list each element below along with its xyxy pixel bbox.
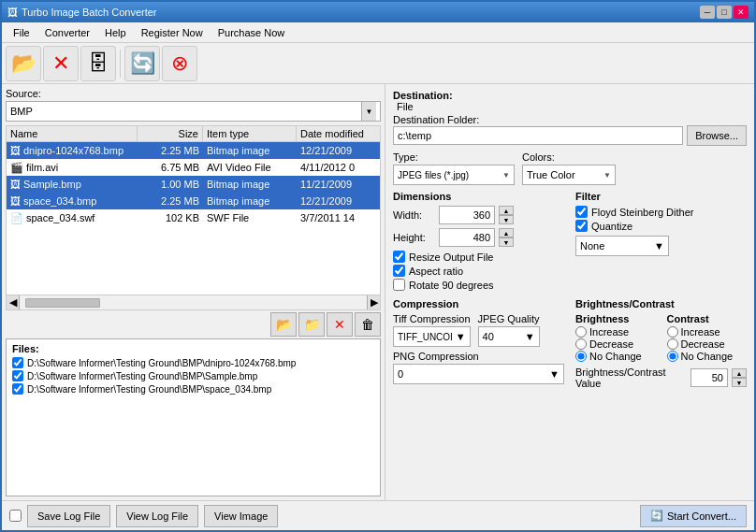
contrast-radio-nochange[interactable] xyxy=(667,351,678,362)
contrast-radio-increase[interactable] xyxy=(667,326,678,338)
width-input[interactable] xyxy=(439,206,495,224)
dim-checkboxes: Resize Output FileAspect ratioRotate 90 … xyxy=(393,251,564,291)
width-spinner[interactable]: ▲ ▼ xyxy=(499,206,514,224)
filter-combo[interactable]: None ▼ xyxy=(575,236,669,256)
brightness-radio-decrease[interactable] xyxy=(575,338,587,350)
height-up-button[interactable]: ▲ xyxy=(499,228,514,237)
contrast-radio-decrease[interactable] xyxy=(667,338,678,350)
view-log-button[interactable]: View Log File xyxy=(116,505,198,527)
filter-value: None xyxy=(580,240,604,252)
right-panel: Destination: File Destination Folder: Br… xyxy=(385,84,754,500)
save-log-checkbox[interactable] xyxy=(9,510,22,522)
hscroll-right[interactable]: ▶ xyxy=(367,295,380,309)
table-row[interactable]: 🖼 dnipro-1024x768.bmp 2.25 MB Bitmap ima… xyxy=(7,142,380,159)
tiff-combo[interactable]: TIFF_UNCOI ▼ xyxy=(393,326,471,347)
menu-register[interactable]: Register Now xyxy=(134,22,211,43)
toolbar: 📂 ✕ 🗄 🔄 ⊗ xyxy=(2,43,754,84)
menu-purchase[interactable]: Purchase Now xyxy=(211,22,293,43)
compression-fields: Tiff Compression TIFF_UNCOI ▼ JPEG Quali… xyxy=(393,313,564,347)
destination-folder-input[interactable] xyxy=(393,126,683,145)
lb-add-button[interactable]: 📂 xyxy=(270,312,297,337)
menu-help[interactable]: Help xyxy=(97,22,134,43)
stop-button[interactable]: ⊗ xyxy=(162,46,197,81)
dimension-checkbox[interactable] xyxy=(393,265,405,277)
colors-combo[interactable]: True Color ▼ xyxy=(522,165,616,185)
width-down-button[interactable]: ▼ xyxy=(499,215,514,224)
menu-converter[interactable]: Converter xyxy=(37,22,97,43)
height-input[interactable] xyxy=(439,228,495,247)
type-value: JPEG files (*.jpg) xyxy=(398,170,469,180)
close-button[interactable]: ✕ xyxy=(734,6,749,19)
horizontal-scrollbar[interactable]: ◀ ▶ xyxy=(6,295,381,310)
table-row[interactable]: 🎬 film.avi 6.75 MB AVI Video File 4/11/2… xyxy=(7,159,380,176)
destination-section: Destination: File Destination Folder: Br… xyxy=(393,90,747,146)
bc-grid: Brightness IncreaseDecreaseNo Change Con… xyxy=(575,313,747,363)
filter-checkbox[interactable] xyxy=(575,220,588,232)
colors-label: Colors: xyxy=(522,151,616,163)
type-combo[interactable]: JPEG files (*.jpg) ▼ xyxy=(393,165,515,185)
col-name[interactable]: Name xyxy=(7,126,138,141)
maximize-button[interactable]: □ xyxy=(717,6,732,19)
col-size[interactable]: Size xyxy=(138,126,203,141)
files-item-checkbox[interactable] xyxy=(12,383,23,395)
lb-clear-button[interactable]: 🗑 xyxy=(355,312,381,337)
dimension-checkbox-label: Resize Output File xyxy=(409,252,493,263)
title-controls[interactable]: ─ □ ✕ xyxy=(700,6,749,19)
col-date[interactable]: Date modified xyxy=(297,126,380,141)
jpeg-combo[interactable]: 40 ▼ xyxy=(478,326,540,347)
source-combo-arrow[interactable]: ▼ xyxy=(361,102,376,121)
dimension-checkbox[interactable] xyxy=(393,279,405,291)
bc-value-spinner[interactable]: ▲ ▼ xyxy=(732,368,747,387)
start-convert-button[interactable]: 🔄 Start Convert... xyxy=(640,505,747,527)
bc-value-input[interactable] xyxy=(691,368,728,387)
two-panel: Dimensions Width: ▲ ▼ Height: ▲ xyxy=(393,191,747,293)
list-item: D:\Software Informer\Testing Ground\BMP\… xyxy=(8,382,378,395)
minimize-button[interactable]: ─ xyxy=(700,6,715,19)
files-item-checkbox[interactable] xyxy=(12,357,23,368)
database-button[interactable]: 🗄 xyxy=(80,46,116,81)
browse-button[interactable]: Browse... xyxy=(687,125,747,146)
source-combo[interactable]: BMP ▼ xyxy=(6,101,381,122)
hscroll-left[interactable]: ◀ xyxy=(7,295,20,309)
contrast-radio-label: No Change xyxy=(681,351,734,362)
files-section: Files: D:\Software Informer\Testing Grou… xyxy=(6,338,381,496)
save-log-button[interactable]: Save Log File xyxy=(27,505,110,527)
table-row[interactable]: 🖼 Sample.bmp 1.00 MB Bitmap image 11/21/… xyxy=(7,176,380,193)
table-row[interactable]: 📄 space_034.swf 102 KB SWF File 3/7/2011… xyxy=(7,209,380,226)
table-row[interactable]: 🖼 space_034.bmp 2.25 MB Bitmap image 12/… xyxy=(7,193,380,209)
view-image-button[interactable]: View Image xyxy=(204,505,278,527)
bc-up-button[interactable]: ▲ xyxy=(732,368,747,378)
brightness-radio-row: Decrease xyxy=(575,338,656,350)
tiff-value: TIFF_UNCOI xyxy=(398,332,453,342)
remove-button[interactable]: ✕ xyxy=(43,46,79,81)
filter-checkbox[interactable] xyxy=(575,206,588,218)
brightness-radio-label: Decrease xyxy=(589,338,633,350)
lb-dir-button[interactable]: 📁 xyxy=(298,312,325,337)
file-type-cell: Bitmap image xyxy=(203,145,297,156)
file-type-icon: 🖼 xyxy=(10,195,21,207)
file-name: Sample.bmp xyxy=(23,179,81,190)
compression-title: Compression xyxy=(393,298,564,309)
width-up-button[interactable]: ▲ xyxy=(499,206,514,215)
files-item-checkbox[interactable] xyxy=(12,370,23,381)
menu-file[interactable]: File xyxy=(6,22,37,43)
contrast-radio-label: Decrease xyxy=(681,338,725,350)
add-files-button[interactable]: 📂 xyxy=(6,46,41,81)
png-section: PNG Compression 0 ▼ xyxy=(393,351,564,384)
height-down-button[interactable]: ▼ xyxy=(499,237,514,247)
lb-remove-button[interactable]: ✕ xyxy=(327,312,353,337)
height-spinner[interactable]: ▲ ▼ xyxy=(499,228,514,247)
brightness-radio-increase[interactable] xyxy=(575,326,587,338)
hscroll-thumb[interactable] xyxy=(25,298,100,308)
file-name: film.avi xyxy=(26,162,58,173)
tiff-arrow: ▼ xyxy=(456,331,466,342)
bc-down-button[interactable]: ▼ xyxy=(732,378,747,387)
png-combo[interactable]: 0 ▼ xyxy=(393,364,564,384)
brightness-radio-nochange[interactable] xyxy=(575,351,587,362)
dimension-checkbox[interactable] xyxy=(393,251,405,263)
refresh-button[interactable]: 🔄 xyxy=(124,46,160,81)
contrast-radio-label: Increase xyxy=(681,326,720,338)
file-name-cell: 📄 space_034.swf xyxy=(7,212,138,224)
database-icon: 🗄 xyxy=(88,51,109,76)
col-type[interactable]: Item type xyxy=(203,126,297,141)
